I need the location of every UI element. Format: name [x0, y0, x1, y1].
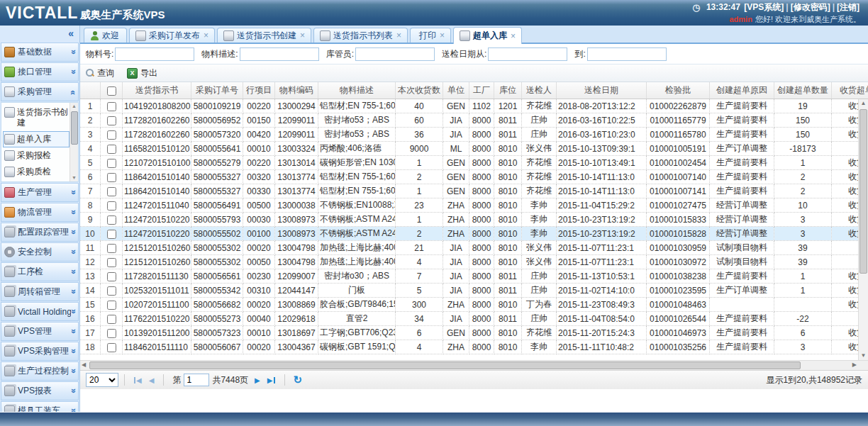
filter-input-库管员[interactable] — [355, 47, 435, 61]
header-送货指示书[interactable]: 送货指示书 — [123, 82, 191, 99]
row-checkbox[interactable] — [107, 244, 116, 253]
sidebar-group-安全控制[interactable]: 安全控制« — [1, 242, 79, 262]
table-row[interactable]: 81124720151104058000564910050013000038不锈… — [80, 198, 868, 213]
table-row[interactable]: 11041920180820058001092190022013000294铝型… — [80, 99, 868, 113]
header-link[interactable]: [修改密码] — [791, 2, 830, 12]
sidebar-group-接口管理[interactable]: 接口管理« — [1, 62, 79, 82]
header-单位[interactable]: 单位 — [443, 82, 469, 99]
table-row[interactable]: 91124720151022058000557930003013008973不锈… — [80, 213, 868, 227]
row-checkbox[interactable] — [107, 329, 116, 338]
vertical-scrollbar[interactable]: ▲ ▼ — [858, 99, 868, 360]
horizontal-scrollbar[interactable]: ◀ ▶ — [80, 360, 868, 370]
header-工厂[interactable]: 工厂 — [469, 82, 494, 99]
sidebar-item-采购质检[interactable]: 采购质检 — [3, 164, 69, 180]
table-row[interactable]: 21172820160226058000569520015012099011密封… — [80, 113, 868, 128]
row-checkbox[interactable] — [107, 159, 116, 168]
first-page-button[interactable]: ◀ — [134, 376, 142, 384]
last-page-button[interactable]: ▶ — [267, 376, 275, 384]
filter-input-送检日期从[interactable] — [488, 47, 567, 61]
filter-input-到[interactable] — [587, 47, 667, 61]
scroll-up-icon[interactable]: ▲ — [859, 99, 868, 108]
table-row[interactable]: 101124720151022058000555020010013008973不… — [80, 227, 868, 241]
table-row[interactable]: 51210720151010058000552790022013013014碳钢… — [80, 156, 868, 170]
row-checkbox[interactable] — [107, 272, 116, 281]
tab-送货指示书创建[interactable]: 送货指示书创建× — [217, 28, 311, 43]
table-row[interactable]: 131172820151113058000565610023012099007密… — [80, 269, 868, 284]
sidebar-group-生产管理[interactable]: 生产管理« — [1, 183, 79, 202]
tab-送货指示书列表[interactable]: 送货指示书列表× — [313, 28, 408, 43]
table-row[interactable]: 151020720151110058000566820002013008869胶… — [80, 298, 868, 312]
table-row[interactable]: 161176220151022058000552730004012029618直… — [80, 312, 868, 326]
sidebar-group-物流管理[interactable]: 物流管理« — [1, 203, 79, 222]
horizontal-scroll-thumb[interactable] — [89, 361, 801, 369]
row-checkbox[interactable] — [107, 343, 116, 352]
row-checkbox[interactable] — [107, 286, 116, 296]
header-送检人[interactable]: 送检人 — [522, 82, 557, 99]
sidebar-group-VPS报表[interactable]: VPS报表« — [1, 381, 79, 400]
sidebar-item-采购报检[interactable]: 采购报检 — [3, 147, 69, 164]
sidebar-collapse-button[interactable]: « — [68, 28, 74, 39]
scroll-right-icon[interactable]: ▶ — [852, 361, 857, 368]
row-checkbox[interactable] — [107, 116, 116, 125]
scroll-down-icon[interactable]: ▼ — [70, 174, 78, 181]
scroll-up-icon[interactable]: ▲ — [70, 103, 78, 110]
row-checkbox[interactable] — [107, 230, 116, 239]
sidebar-group-配置跟踪管理[interactable]: 配置跟踪管理« — [1, 223, 79, 242]
header-收货超单原因[interactable]: 收货超单原因 — [832, 82, 868, 99]
table-row[interactable]: 171013920151120058000573230001013018697工… — [80, 326, 868, 340]
sidebar-group-采购管理[interactable]: 采购管理« — [1, 82, 79, 101]
table-row[interactable]: 141025320151101158000553420031012044147门… — [80, 284, 868, 298]
header-link[interactable]: [VPS系统] — [744, 2, 784, 12]
sidebar-group-VPS管理[interactable]: VPS管理« — [1, 322, 79, 341]
table-row[interactable]: 111215120151026058000553020002013004798加… — [80, 241, 868, 255]
tab-打印[interactable]: 打印× — [410, 28, 451, 43]
sidebar-item-超单入库[interactable]: 超单入库 — [3, 131, 69, 147]
table-row[interactable]: 61186420151014058000553270032013013774铝型… — [80, 170, 868, 184]
row-checkbox[interactable] — [107, 301, 116, 310]
header-物料描述[interactable]: 物料描述 — [318, 82, 396, 99]
vertical-scroll-thumb[interactable] — [859, 109, 867, 274]
header-link[interactable]: [注销] — [837, 2, 859, 12]
refresh-icon[interactable]: ↻ — [294, 375, 303, 385]
export-button[interactable]: X 导出 — [127, 67, 157, 79]
close-icon[interactable]: × — [396, 32, 401, 39]
submenu-scroll-thumb[interactable] — [71, 111, 78, 145]
header-检验批[interactable]: 检验批 — [647, 82, 710, 99]
sidebar-group-周转箱管理[interactable]: 周转箱管理« — [1, 282, 79, 301]
header-送检日期[interactable]: 送检日期 — [557, 82, 647, 99]
row-checkbox[interactable] — [107, 102, 116, 111]
scroll-left-icon[interactable]: ◀ — [82, 361, 86, 368]
sidebar-group-基础数据[interactable]: 基础数据« — [1, 43, 79, 62]
select-all-checkbox[interactable] — [107, 86, 116, 96]
tab-超单入库[interactable]: 超单入库× — [453, 27, 522, 44]
row-checkbox[interactable] — [107, 215, 116, 225]
sidebar-group-VPS采购管理[interactable]: VPS采购管理« — [1, 342, 79, 361]
header-创建超单原因[interactable]: 创建超单原因 — [710, 82, 774, 99]
header-库位[interactable]: 库位 — [494, 82, 522, 99]
page-size-select[interactable]: 20 — [86, 373, 118, 387]
tab-采购订单发布[interactable]: 采购订单发布× — [129, 28, 215, 43]
close-icon[interactable]: × — [440, 32, 445, 39]
close-icon[interactable]: × — [511, 33, 516, 40]
page-number-input[interactable] — [184, 374, 209, 386]
table-row[interactable]: 121215120151026058000553020005013004798加… — [80, 255, 868, 269]
filter-input-物料描述[interactable] — [240, 47, 319, 61]
row-checkbox[interactable] — [107, 187, 116, 196]
sidebar-group-生产过程控制[interactable]: 生产过程控制« — [1, 361, 79, 381]
tab-欢迎[interactable]: 欢迎 — [84, 28, 127, 43]
row-checkbox[interactable] — [107, 258, 116, 267]
scroll-down-icon[interactable]: ▼ — [859, 352, 868, 360]
row-checkbox[interactable] — [107, 315, 116, 324]
header-创建超单数量[interactable]: 创建超单数量 — [774, 82, 832, 99]
close-icon[interactable]: × — [204, 32, 208, 39]
filter-input-物料号[interactable] — [115, 47, 194, 61]
search-button[interactable]: 查询 — [86, 67, 114, 79]
next-page-button[interactable]: ▶ — [255, 376, 260, 384]
sidebar-group-工序检[interactable]: 工序检« — [1, 262, 79, 281]
prev-page-button[interactable]: ◀ — [149, 376, 155, 384]
table-row[interactable]: 181184620151111058000560670002013004367碳… — [80, 340, 868, 354]
row-checkbox[interactable] — [107, 173, 116, 182]
table-row[interactable]: 41165820151012058000556410001013003324丙烯… — [80, 142, 868, 156]
header-采购订单号[interactable]: 采购订单号 — [191, 82, 243, 99]
header-行项目[interactable]: 行项目 — [243, 82, 275, 99]
